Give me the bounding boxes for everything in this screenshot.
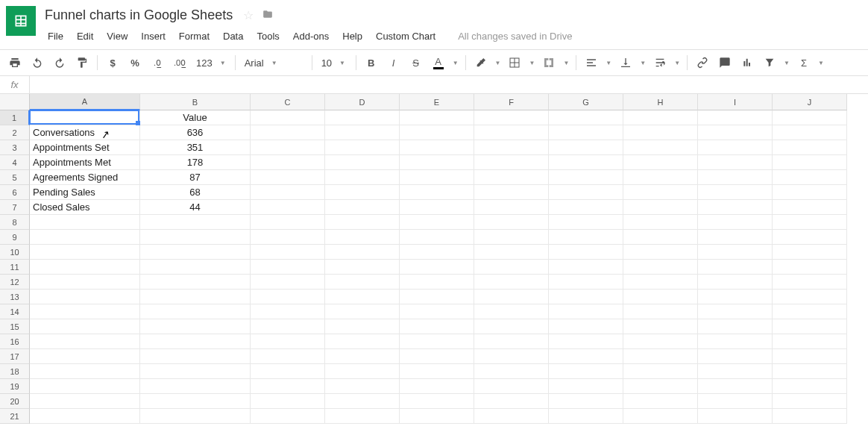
paint-format-icon[interactable] <box>72 53 92 72</box>
cell-F13[interactable] <box>474 290 549 304</box>
cell-C12[interactable] <box>251 275 325 290</box>
cell-E1[interactable] <box>400 110 474 125</box>
cell-J2[interactable] <box>773 125 847 140</box>
cell-I20[interactable] <box>698 394 773 409</box>
cell-D12[interactable] <box>325 275 400 290</box>
row-header-4[interactable]: 4 <box>0 155 30 170</box>
strikethrough-icon[interactable]: S <box>406 53 427 72</box>
cell-H2[interactable] <box>623 125 698 140</box>
cell-C13[interactable] <box>251 290 325 304</box>
folder-icon[interactable] <box>261 9 274 22</box>
cell-B9[interactable] <box>140 230 251 245</box>
cell-C15[interactable] <box>251 319 325 334</box>
cell-J14[interactable] <box>773 304 847 319</box>
cell-F7[interactable] <box>474 200 549 215</box>
cell-C3[interactable] <box>251 140 325 155</box>
cell-D7[interactable] <box>325 200 400 215</box>
cell-B3[interactable]: 351 <box>140 140 251 155</box>
row-header-16[interactable]: 16 <box>0 334 30 349</box>
cell-A18[interactable] <box>30 364 140 379</box>
cell-E16[interactable] <box>400 334 474 349</box>
cell-I18[interactable] <box>698 364 773 379</box>
row-header-14[interactable]: 14 <box>0 304 30 319</box>
cell-I16[interactable] <box>698 334 773 349</box>
cell-E7[interactable] <box>400 200 474 215</box>
cell-A11[interactable] <box>30 260 140 275</box>
row-header-13[interactable]: 13 <box>0 290 30 304</box>
cell-B2[interactable]: 636 <box>140 125 251 140</box>
text-color-icon[interactable]: A <box>428 53 449 72</box>
cell-G12[interactable] <box>549 275 623 290</box>
redo-icon[interactable] <box>49 53 70 72</box>
cell-D2[interactable] <box>325 125 400 140</box>
cell-B8[interactable] <box>140 215 251 230</box>
cell-I10[interactable] <box>698 245 773 260</box>
undo-icon[interactable] <box>27 53 48 72</box>
cell-E12[interactable] <box>400 275 474 290</box>
cell-J10[interactable] <box>773 245 847 260</box>
row-header-19[interactable]: 19 <box>0 379 30 394</box>
cell-J9[interactable] <box>773 230 847 245</box>
cell-F18[interactable] <box>474 364 549 379</box>
row-header-10[interactable]: 10 <box>0 245 30 260</box>
row-header-1[interactable]: 1 <box>0 110 30 125</box>
cell-E13[interactable] <box>400 290 474 304</box>
cell-D20[interactable] <box>325 394 400 409</box>
cell-J15[interactable] <box>773 319 847 334</box>
cell-G3[interactable] <box>549 140 623 155</box>
cell-F12[interactable] <box>474 275 549 290</box>
cell-B6[interactable]: 68 <box>140 185 251 200</box>
cell-G10[interactable] <box>549 245 623 260</box>
cell-F14[interactable] <box>474 304 549 319</box>
cell-A17[interactable] <box>30 349 140 364</box>
cell-A16[interactable] <box>30 334 140 349</box>
cell-F17[interactable] <box>474 349 549 364</box>
cell-E3[interactable] <box>400 140 474 155</box>
filter-icon[interactable] <box>759 53 780 72</box>
cell-J20[interactable] <box>773 394 847 409</box>
cell-J7[interactable] <box>773 200 847 215</box>
menu-view[interactable]: View <box>101 28 133 45</box>
row-header-7[interactable]: 7 <box>0 200 30 215</box>
cell-B1[interactable]: Value <box>140 110 251 125</box>
row-header-17[interactable]: 17 <box>0 349 30 364</box>
cell-F11[interactable] <box>474 260 549 275</box>
cell-I5[interactable] <box>698 170 773 185</box>
cell-G20[interactable] <box>549 394 623 409</box>
cell-D18[interactable] <box>325 364 400 379</box>
row-header-2[interactable]: 2 <box>0 125 30 140</box>
cell-I12[interactable] <box>698 275 773 290</box>
cell-I14[interactable] <box>698 304 773 319</box>
cell-A7[interactable]: Closed Sales <box>30 200 140 215</box>
cell-A14[interactable] <box>30 304 140 319</box>
row-header-8[interactable]: 8 <box>0 215 30 230</box>
cell-G5[interactable] <box>549 170 623 185</box>
menu-edit[interactable]: Edit <box>71 28 99 45</box>
menu-format[interactable]: Format <box>173 28 216 45</box>
vertical-align-icon[interactable] <box>615 53 636 72</box>
cell-F19[interactable] <box>474 379 549 394</box>
menu-data[interactable]: Data <box>217 28 249 45</box>
cell-D11[interactable] <box>325 260 400 275</box>
cell-J13[interactable] <box>773 290 847 304</box>
cell-G16[interactable] <box>549 334 623 349</box>
cell-F5[interactable] <box>474 170 549 185</box>
row-header-21[interactable]: 21 <box>0 409 30 424</box>
cell-D13[interactable] <box>325 290 400 304</box>
cell-H8[interactable] <box>623 215 698 230</box>
row-header-6[interactable]: 6 <box>0 185 30 200</box>
cell-J5[interactable] <box>773 170 847 185</box>
cell-D15[interactable] <box>325 319 400 334</box>
cell-B14[interactable] <box>140 304 251 319</box>
cell-H6[interactable] <box>623 185 698 200</box>
row-header-9[interactable]: 9 <box>0 230 30 245</box>
cell-J3[interactable] <box>773 140 847 155</box>
row-header-5[interactable]: 5 <box>0 170 30 185</box>
cell-F2[interactable] <box>474 125 549 140</box>
fill-color-icon[interactable] <box>471 53 491 72</box>
menu-insert[interactable]: Insert <box>135 28 172 45</box>
cell-A6[interactable]: Pending Sales <box>30 185 140 200</box>
font-size-select[interactable]: 10▼ <box>317 53 351 72</box>
cell-G8[interactable] <box>549 215 623 230</box>
cell-F10[interactable] <box>474 245 549 260</box>
